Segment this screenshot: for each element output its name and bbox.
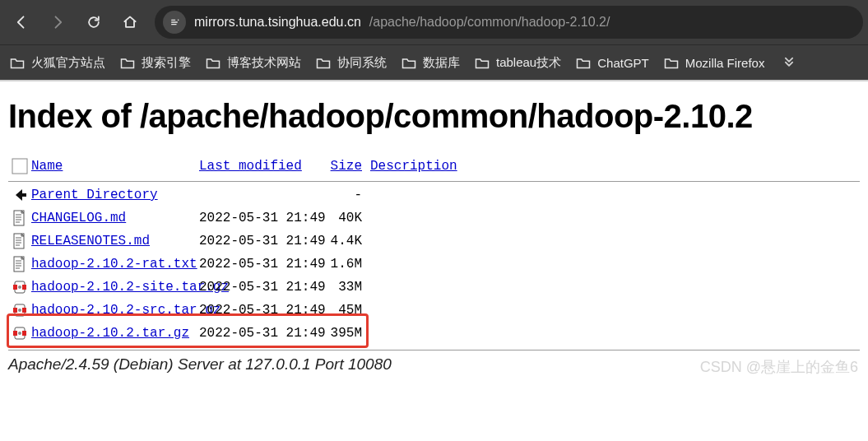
text-icon <box>8 233 31 249</box>
nav-home-button[interactable] <box>114 6 146 39</box>
file-link[interactable]: CHANGELOG.md <box>31 211 126 225</box>
blank-icon <box>8 158 31 174</box>
bookmark-item[interactable]: Mozilla Firefox <box>664 56 765 70</box>
bookmark-item[interactable]: 搜索引擎 <box>120 55 191 71</box>
file-lastmod: 2022-05-31 21:49 <box>199 280 323 295</box>
divider <box>8 350 860 350</box>
bookmark-label: Mozilla Firefox <box>685 56 765 70</box>
folder-icon <box>10 57 25 68</box>
site-info-icon[interactable] <box>163 11 186 34</box>
svg-rect-2 <box>22 193 26 197</box>
svg-rect-20 <box>22 285 26 290</box>
bookmark-item[interactable]: 数据库 <box>402 55 460 71</box>
folder-icon <box>316 57 331 68</box>
svg-rect-1 <box>12 159 27 174</box>
file-size: 45M <box>323 303 362 318</box>
table-row: CHANGELOG.md2022-05-31 21:4940K <box>8 207 860 230</box>
listing-header: Name Last modified Size Description <box>8 155 860 178</box>
svg-rect-24 <box>22 308 26 313</box>
table-row: RELEASENOTES.md2022-05-31 21:494.4K <box>8 230 860 253</box>
table-row: hadoop-2.10.2-src.tar.gz2022-05-31 21:49… <box>8 299 860 322</box>
folder-icon <box>664 57 679 68</box>
col-size-link[interactable]: Size <box>331 159 362 174</box>
svg-point-21 <box>18 285 21 289</box>
bookmark-item[interactable]: tableau技术 <box>475 55 561 71</box>
bookmark-label: ChatGPT <box>597 56 649 70</box>
col-desc-link[interactable]: Description <box>370 159 457 174</box>
bookmark-label: tableau技术 <box>496 55 561 71</box>
file-lastmod: 2022-05-31 21:49 <box>199 234 323 248</box>
archive-icon <box>8 325 31 341</box>
bookmark-label: 搜索引擎 <box>142 55 191 71</box>
table-row: hadoop-2.10.2-site.tar.gz2022-05-31 21:4… <box>8 276 860 299</box>
file-size: 4.4K <box>323 234 362 248</box>
bookmark-item[interactable]: ChatGPT <box>576 56 649 70</box>
table-row: Parent Directory- <box>8 183 860 207</box>
divider <box>8 181 860 182</box>
file-lastmod: 2022-05-31 21:49 <box>199 303 323 318</box>
file-size: - <box>323 188 362 202</box>
col-lastmod-link[interactable]: Last modified <box>199 159 302 174</box>
bookmark-item[interactable]: 博客技术网站 <box>206 55 301 71</box>
url-path: /apache/hadoop/common/hadoop-2.10.2/ <box>369 15 610 30</box>
folder-icon <box>402 57 416 68</box>
nav-back-button[interactable] <box>5 6 38 39</box>
archive-icon <box>8 279 31 295</box>
folder-icon <box>475 57 490 68</box>
folder-icon <box>206 57 220 68</box>
url-host: mirrors.tuna.tsinghua.edu.cn <box>194 15 361 30</box>
file-lastmod: 2022-05-31 21:49 <box>199 326 323 341</box>
folder-icon <box>576 57 591 68</box>
table-row: hadoop-2.10.2-rat.txt2022-05-31 21:491.6… <box>8 253 860 276</box>
svg-point-0 <box>178 20 179 21</box>
col-name-link[interactable]: Name <box>31 159 63 174</box>
bookmark-label: 数据库 <box>423 55 460 71</box>
file-size: 395M <box>323 326 362 341</box>
nav-forward-button[interactable] <box>41 6 74 39</box>
svg-rect-28 <box>22 331 26 336</box>
bookmark-label: 协同系统 <box>337 55 387 71</box>
svg-point-25 <box>18 309 21 312</box>
svg-rect-27 <box>13 331 17 336</box>
server-signature: Apache/2.4.59 (Debian) Server at 127.0.0… <box>8 355 860 374</box>
page-content: Index of /apache/hadoop/common/hadoop-2.… <box>0 81 868 385</box>
svg-rect-23 <box>13 308 17 313</box>
file-link[interactable]: hadoop-2.10.2-src.tar.gz <box>31 303 220 318</box>
file-link[interactable]: hadoop-2.10.2-rat.txt <box>31 257 197 272</box>
file-lastmod: 2022-05-31 21:49 <box>199 211 323 225</box>
bookmarks-overflow-button[interactable] <box>781 53 797 72</box>
file-link[interactable]: hadoop-2.10.2.tar.gz <box>31 326 189 341</box>
folder-icon <box>120 57 135 68</box>
file-link[interactable]: Parent Directory <box>31 188 158 202</box>
file-link[interactable]: RELEASENOTES.md <box>31 234 150 248</box>
browser-toolbar: mirrors.tuna.tsinghua.edu.cn/apache/hado… <box>0 0 868 44</box>
svg-rect-19 <box>13 285 17 290</box>
file-size: 33M <box>323 280 362 295</box>
bookmarks-bar: 火狐官方站点 搜索引擎 博客技术网站 协同系统 数据库 tableau技术 Ch… <box>0 44 868 81</box>
bookmark-label: 博客技术网站 <box>227 55 301 71</box>
directory-listing: Name Last modified Size Description Pare… <box>8 155 860 350</box>
page-title: Index of /apache/hadoop/common/hadoop-2.… <box>8 98 860 135</box>
file-size: 40K <box>323 211 362 225</box>
archive-icon <box>8 302 31 318</box>
nav-reload-button[interactable] <box>77 6 110 39</box>
text-icon <box>8 256 31 272</box>
bookmark-item[interactable]: 协同系统 <box>316 55 387 71</box>
table-row: hadoop-2.10.2.tar.gz2022-05-31 21:49395M <box>8 322 860 345</box>
text-icon <box>8 210 31 226</box>
back-icon <box>8 187 31 203</box>
file-size: 1.6M <box>323 257 362 272</box>
file-lastmod: 2022-05-31 21:49 <box>199 257 323 272</box>
bookmark-label: 火狐官方站点 <box>31 55 105 71</box>
bookmark-item[interactable]: 火狐官方站点 <box>10 55 105 71</box>
svg-point-29 <box>18 332 21 335</box>
address-bar[interactable]: mirrors.tuna.tsinghua.edu.cn/apache/hado… <box>155 6 863 39</box>
